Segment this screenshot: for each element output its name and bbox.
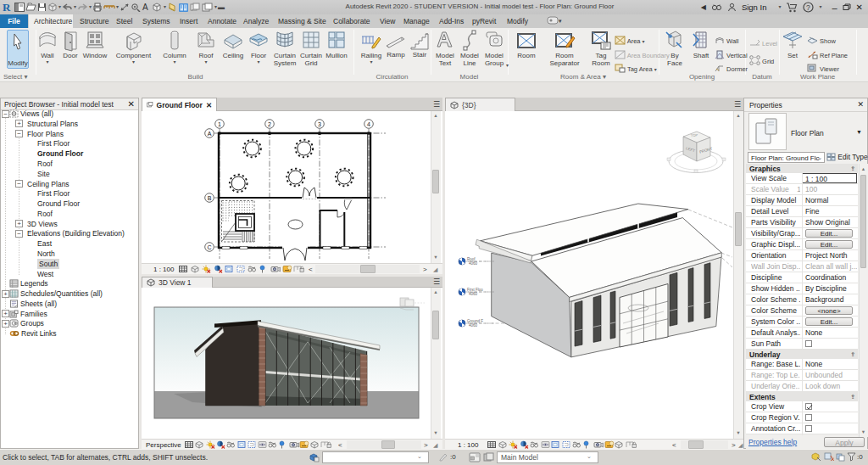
svg-text:?: ? xyxy=(806,3,810,12)
svg-text:TOP: TOP xyxy=(691,132,698,137)
svg-text:4060: 4060 xyxy=(469,323,478,328)
svg-text:3: 3 xyxy=(318,121,321,127)
svg-text:B: B xyxy=(208,195,212,201)
svg-text:▾: ▾ xyxy=(559,18,562,24)
svg-text:C: C xyxy=(207,244,211,250)
svg-text:2: 2 xyxy=(268,121,271,127)
svg-text:4060: 4060 xyxy=(469,261,478,266)
svg-text:1: 1 xyxy=(218,121,221,127)
svg-text:4060: 4060 xyxy=(469,292,478,296)
svg-text:R: R xyxy=(3,2,11,13)
svg-text:A: A xyxy=(208,131,212,137)
svg-text:4: 4 xyxy=(367,121,370,127)
